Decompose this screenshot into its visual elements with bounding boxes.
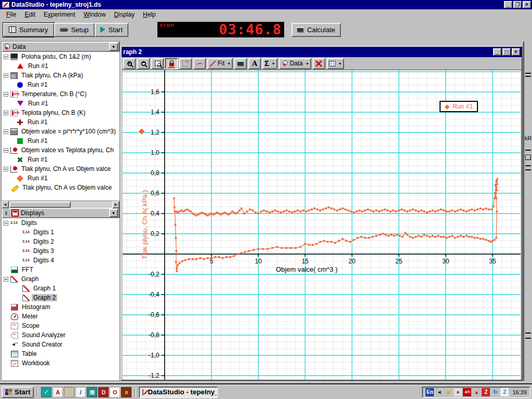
- diamond-icon[interactable]: ◆: [444, 388, 453, 396]
- xy-tool-button[interactable]: [179, 58, 192, 69]
- calculator-icon[interactable]: ▦: [87, 387, 97, 397]
- zoom-out-button[interactable]: [137, 58, 150, 69]
- zoom-in-button[interactable]: [123, 58, 136, 69]
- display-item-table[interactable]: Table: [2, 349, 119, 358]
- run-item[interactable]: Run #1: [2, 80, 119, 89]
- minimize-button[interactable]: _: [504, 1, 512, 8]
- plot-area[interactable]: 1,61,41,21,00,80,60,40,2-0,2-0,4-0,6-0,8…: [123, 70, 521, 380]
- menu-help[interactable]: Help: [139, 10, 160, 19]
- run-item[interactable]: Run #1: [2, 99, 119, 108]
- expand-box[interactable]: [4, 73, 8, 78]
- fit-button[interactable]: Fit ▼: [207, 58, 233, 69]
- run-item[interactable]: Run #1: [2, 174, 119, 183]
- displays-dropdown-arrow[interactable]: ▼: [109, 209, 118, 217]
- flame-icon[interactable]: ¤: [121, 387, 131, 397]
- graph-maximize-button[interactable]: □: [502, 48, 511, 56]
- restore-button[interactable]: ❐: [513, 1, 522, 8]
- run-item[interactable]: Run #1: [2, 155, 119, 164]
- data-panel-header[interactable]: Data ▼: [2, 42, 119, 52]
- scroll-thumb[interactable]: [9, 202, 71, 208]
- task-button-datastudio[interactable]: DataStudio - tepelny_...: [139, 387, 218, 398]
- run-item[interactable]: Run #1: [2, 61, 119, 71]
- red-figure-icon[interactable]: ▲: [472, 388, 481, 396]
- setup-button[interactable]: Setup: [54, 23, 95, 37]
- lightning-icon[interactable]: Z: [482, 388, 490, 396]
- restore-icon[interactable]: [525, 155, 531, 160]
- display-item-sound-creator[interactable]: Sound Creator: [2, 340, 119, 349]
- run-item[interactable]: Run #1: [2, 136, 119, 145]
- graph-close-button[interactable]: ×: [512, 48, 520, 56]
- smart-tool-button[interactable]: [193, 58, 206, 69]
- scale-to-fit-button[interactable]: [165, 58, 178, 69]
- expand-box[interactable]: [4, 55, 8, 59]
- language-indicator[interactable]: En: [425, 388, 434, 396]
- display-item-fft[interactable]: FFT: [2, 265, 119, 274]
- spinner-icon[interactable]: ▲▼: [3, 209, 9, 217]
- delete-button[interactable]: [313, 58, 325, 69]
- scroll-left-icon[interactable]: ◄: [2, 201, 9, 208]
- summary-button[interactable]: Summary: [3, 23, 54, 37]
- graph-window-titlebar[interactable]: raph 2 _ □ ×: [122, 47, 522, 57]
- expand-box[interactable]: [4, 92, 8, 97]
- data-source-item[interactable]: Poloha pistu, Ch 1&2 (m): [2, 52, 119, 61]
- expand-box[interactable]: [4, 277, 8, 282]
- text-tool-button[interactable]: A: [248, 58, 261, 69]
- data-dropdown-arrow[interactable]: ▼: [109, 43, 118, 51]
- display-item-digits[interactable]: Digits: [2, 218, 119, 228]
- expand-box[interactable]: [4, 111, 8, 115]
- display-item-workbook[interactable]: Workbook: [2, 358, 119, 368]
- menu-edit[interactable]: Edit: [20, 10, 39, 19]
- display-item-digits-1[interactable]: Digits 1: [2, 228, 119, 237]
- graph-minimize-button[interactable]: _: [493, 48, 501, 56]
- expand-box[interactable]: [4, 148, 8, 153]
- display-item-digits-3[interactable]: Digits 3: [2, 246, 119, 256]
- display-item-digits-2[interactable]: Digits 2: [2, 237, 119, 246]
- data-source-item[interactable]: Tlak plynu, Ch A (kPa): [2, 71, 119, 80]
- scheduler-icon[interactable]: ●: [454, 388, 462, 396]
- data-source-item[interactable]: Teplota plynu, Ch B (K): [2, 108, 119, 117]
- acrobat-icon[interactable]: A: [52, 387, 63, 397]
- scroll-right-icon[interactable]: ►: [112, 201, 119, 208]
- display-item-graph[interactable]: Graph: [2, 274, 119, 284]
- display-item-scope[interactable]: Scope: [2, 321, 119, 330]
- graph-settings-button[interactable]: ▼: [327, 58, 344, 69]
- calculate-button[interactable]: Calculate: [291, 23, 341, 37]
- menu-experiment[interactable]: Experiment: [39, 10, 79, 19]
- menu-window[interactable]: Window: [79, 10, 110, 19]
- expand-box[interactable]: [4, 221, 8, 225]
- menu-file[interactable]: File: [2, 10, 20, 19]
- data-tree-hscrollbar[interactable]: ◄ ►: [2, 201, 119, 208]
- display-item-digits-4[interactable]: Digits 4: [2, 256, 119, 265]
- close-button[interactable]: ×: [523, 1, 531, 8]
- display-item-graph-1[interactable]: Graph 1: [2, 284, 119, 293]
- data-source-item[interactable]: Tlak plynu, Ch A vs Objem valce: [2, 164, 119, 174]
- legend[interactable]: ◆ Run #1: [440, 101, 478, 112]
- ati-icon[interactable]: ATi: [463, 388, 471, 396]
- graph-calculate-button[interactable]: [234, 58, 247, 69]
- doc-check-icon[interactable]: ✓: [41, 387, 51, 397]
- start-button[interactable]: Start: [95, 23, 128, 37]
- displays-panel-header[interactable]: ▲▼ Displays ▼: [2, 208, 119, 218]
- start-menu-button[interactable]: Start: [2, 387, 34, 398]
- pen-doc-icon[interactable]: /: [75, 387, 86, 397]
- data-source-item[interactable]: Objem valce = pi*r*r*y*100 (cm^3): [2, 127, 119, 136]
- expand-box[interactable]: [4, 167, 8, 171]
- sync-icon[interactable]: ↻: [491, 388, 499, 396]
- puppet-icon[interactable]: [64, 387, 74, 397]
- data-source-item[interactable]: Temperature, Ch B (°C): [2, 89, 119, 99]
- app-titlebar[interactable]: DataStudio - tepelny_stroj1.ds _ ❐ ×: [0, 0, 532, 9]
- display-item-meter[interactable]: Meter: [2, 312, 119, 321]
- z-stripes-icon[interactable]: Z: [500, 388, 509, 396]
- volume-icon[interactable]: ◄: [435, 388, 443, 396]
- expand-box[interactable]: [4, 129, 8, 134]
- data-source-item[interactable]: Tlak plynu, Ch A vs Objem valce: [2, 183, 119, 192]
- zoom-select-button[interactable]: [151, 58, 164, 69]
- display-item-histogram[interactable]: Histogram: [2, 302, 119, 312]
- data-menu-button[interactable]: Data ▼: [279, 58, 311, 69]
- run-item[interactable]: Run #1: [2, 117, 119, 127]
- display-item-graph-2[interactable]: Graph 2: [2, 293, 119, 302]
- statistics-button[interactable]: Σ ▼: [262, 58, 277, 69]
- opera-icon[interactable]: O: [110, 387, 120, 397]
- menu-display[interactable]: Display: [110, 10, 139, 19]
- data-source-item[interactable]: Objem valce vs Teplota plynu, Ch: [2, 145, 119, 155]
